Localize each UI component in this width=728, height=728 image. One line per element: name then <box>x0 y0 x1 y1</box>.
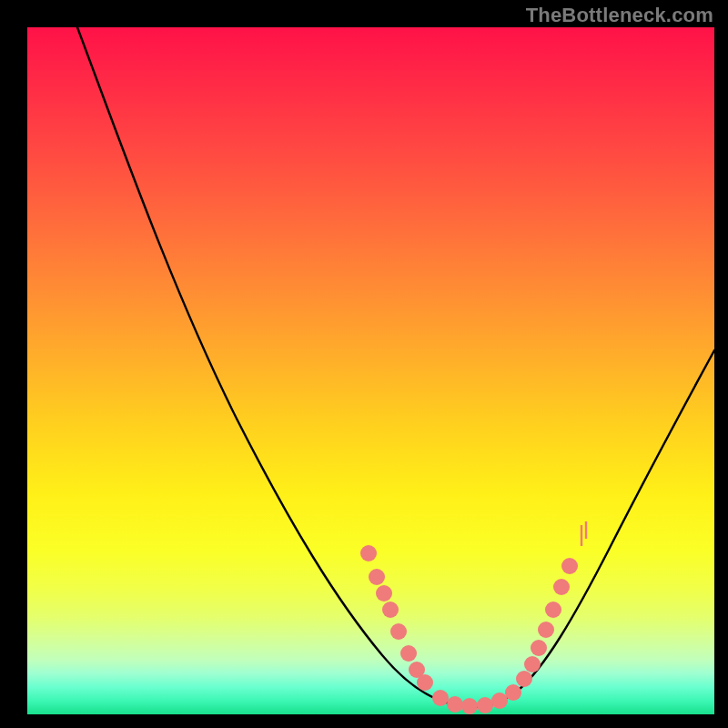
plot-area <box>27 27 714 714</box>
chart-container: TheBottleneck.com <box>0 0 728 728</box>
watermark-text: TheBottleneck.com <box>526 4 713 27</box>
heat-gradient-background <box>27 27 714 714</box>
